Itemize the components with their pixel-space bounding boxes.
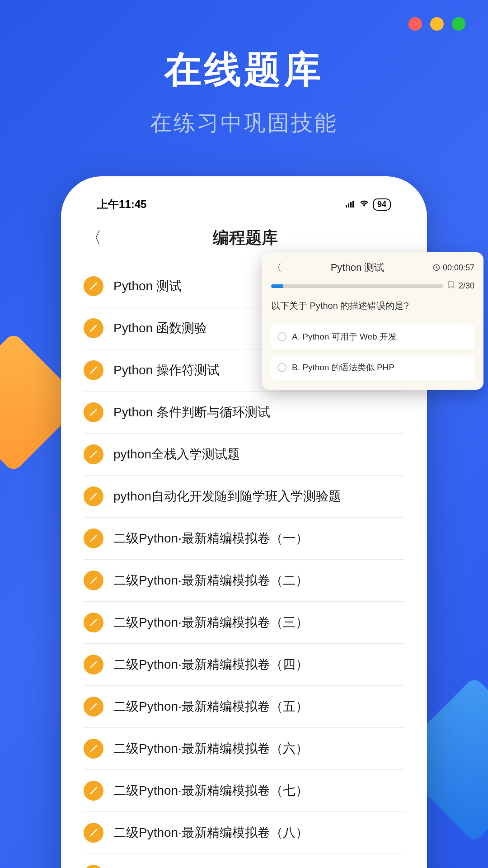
list-item-label: 二级Python·最新精编模拟卷（九）	[113, 866, 308, 868]
pencil-icon	[84, 276, 103, 296]
quiz-preview-popup: 〈 Python 测试 00:00:57 2/30 以下关于 Python 的描…	[262, 252, 483, 390]
progress-count: 2/30	[459, 281, 474, 291]
list-item-label: python全栈入学测试题	[113, 446, 240, 463]
answer-option[interactable]: B. Python 的语法类似 PHP	[271, 355, 474, 380]
pencil-icon	[84, 697, 103, 717]
popup-timer: 00:00:57	[433, 263, 474, 273]
list-item-label: 二级Python·最新精编模拟卷（六）	[113, 740, 308, 757]
list-item[interactable]: 二级Python·最新精编模拟卷（一）	[84, 518, 404, 560]
list-item-label: Python 测试	[113, 278, 182, 295]
list-item[interactable]: 二级Python·最新精编模拟卷（三）	[84, 602, 404, 644]
pencil-icon	[84, 360, 103, 380]
list-item-label: 二级Python·最新精编模拟卷（三）	[113, 614, 308, 631]
hero-subtitle: 在练习中巩固技能	[0, 108, 488, 137]
page-title: 编程题库	[88, 227, 403, 249]
timer-value: 00:00:57	[443, 263, 474, 273]
list-item[interactable]: 二级Python·最新精编模拟卷（七）	[84, 770, 404, 812]
hero-title: 在线题库	[0, 45, 488, 95]
pencil-icon	[84, 444, 103, 464]
pencil-icon	[84, 571, 103, 590]
list-item[interactable]: python全栈入学测试题	[84, 434, 404, 476]
minimize-dot-icon	[430, 17, 444, 31]
list-item-label: Python 操作符测试	[113, 362, 220, 379]
window-traffic-lights	[408, 17, 465, 31]
list-item[interactable]: 二级Python·最新精编模拟卷（九）	[84, 854, 404, 868]
list-item-label: 二级Python·最新精编模拟卷（四）	[113, 656, 308, 673]
list-item-label: 二级Python·最新精编模拟卷（五）	[113, 698, 308, 715]
status-right: 94	[346, 198, 391, 211]
progress-fill	[271, 284, 283, 288]
list-item-label: python自动化开发随到随学班入学测验题	[113, 488, 341, 505]
pencil-icon	[84, 739, 103, 759]
radio-icon	[277, 363, 286, 372]
svg-rect-0	[346, 205, 347, 208]
list-item[interactable]: Python 条件判断与循环测试	[84, 392, 404, 434]
option-text: B. Python 的语法类似 PHP	[292, 362, 394, 373]
answer-option[interactable]: A. Python 可用于 Web 开发	[271, 325, 474, 349]
pencil-icon	[84, 655, 103, 675]
svg-rect-3	[352, 201, 354, 208]
popup-back-button[interactable]: 〈	[271, 260, 282, 275]
list-item[interactable]: 二级Python·最新精编模拟卷（二）	[84, 560, 404, 602]
options-list: A. Python 可用于 Web 开发B. Python 的语法类似 PHP	[271, 325, 474, 380]
question-text: 以下关于 Python 的描述错误的是?	[271, 300, 474, 312]
close-dot-icon	[408, 17, 422, 31]
popup-title: Python 测试	[286, 261, 428, 274]
radio-icon	[277, 332, 286, 341]
progress-bar	[271, 284, 443, 288]
list-item-label: Python 函数测验	[113, 320, 207, 337]
pencil-icon	[84, 402, 103, 422]
list-item-label: 二级Python·最新精编模拟卷（八）	[113, 824, 308, 841]
wifi-icon	[359, 198, 369, 210]
pencil-icon	[84, 823, 103, 843]
pencil-icon	[84, 528, 103, 548]
list-item-label: 二级Python·最新精编模拟卷（七）	[113, 782, 308, 799]
option-text: A. Python 可用于 Web 开发	[292, 331, 397, 343]
svg-rect-2	[350, 202, 352, 208]
pencil-icon	[84, 781, 103, 801]
clock-icon	[433, 264, 440, 271]
svg-rect-1	[348, 203, 349, 208]
list-item-label: 二级Python·最新精编模拟卷（一）	[113, 530, 308, 547]
app-header: 〈 编程题库	[84, 227, 404, 249]
pencil-icon	[84, 865, 103, 868]
pencil-icon	[84, 486, 103, 506]
bookmark-icon[interactable]	[448, 281, 454, 291]
signal-icon	[346, 198, 356, 210]
list-item[interactable]: 二级Python·最新精编模拟卷（五）	[84, 686, 404, 728]
list-item[interactable]: 二级Python·最新精编模拟卷（六）	[84, 728, 404, 770]
status-time: 上午11:45	[97, 197, 146, 212]
status-bar: 上午11:45 94	[84, 197, 404, 212]
battery-level: 94	[373, 198, 391, 211]
pencil-icon	[84, 318, 103, 338]
list-item-label: Python 条件判断与循环测试	[113, 404, 270, 421]
list-item[interactable]: 二级Python·最新精编模拟卷（八）	[84, 812, 404, 854]
list-item[interactable]: python自动化开发随到随学班入学测验题	[84, 476, 404, 518]
pencil-icon	[84, 613, 103, 632]
list-item[interactable]: 二级Python·最新精编模拟卷（四）	[84, 644, 404, 686]
list-item-label: 二级Python·最新精编模拟卷（二）	[113, 572, 308, 589]
maximize-dot-icon	[452, 17, 465, 31]
